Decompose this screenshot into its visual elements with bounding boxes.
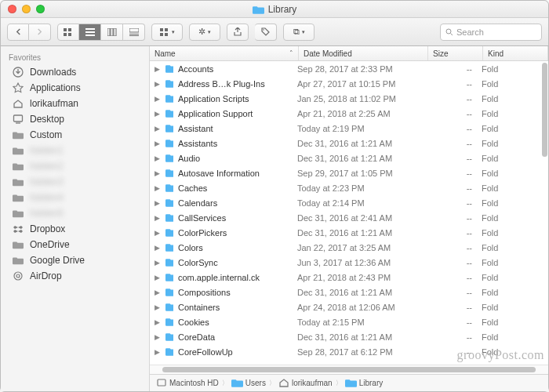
disclosure-triangle-icon[interactable]: ▶	[150, 110, 161, 118]
table-row[interactable]: ▶ContainersApr 24, 2018 at 12:06 AM--Fol…	[150, 299, 548, 314]
svg-point-18	[446, 29, 451, 34]
sidebar-item-hidden5[interactable]: hidden5	[1, 205, 149, 221]
view-buttons	[57, 24, 145, 41]
table-row[interactable]: ▶Application ScriptsJan 25, 2018 at 11:0…	[150, 91, 548, 106]
sidebar-item-label: Dropbox	[30, 223, 65, 234]
column-view-button[interactable]	[101, 24, 123, 41]
icon-view-button[interactable]	[57, 24, 79, 41]
path-segment[interactable]: Library	[345, 378, 384, 389]
disclosure-triangle-icon[interactable]: ▶	[150, 95, 161, 103]
table-row[interactable]: ▶Address B…k Plug-InsApr 27, 2017 at 10:…	[150, 76, 548, 91]
sidebar-item-airdrop[interactable]: AirDrop	[1, 268, 149, 284]
back-button[interactable]	[7, 24, 29, 41]
finder-window: Library ▾ ✲ ▾	[0, 0, 549, 392]
disclosure-triangle-icon[interactable]: ▶	[150, 65, 161, 73]
file-date: Dec 31, 2016 at 2:41 AM	[293, 213, 422, 223]
disclosure-triangle-icon[interactable]: ▶	[150, 125, 161, 132]
sidebar-item-desktop[interactable]: Desktop	[1, 111, 149, 127]
svg-line-19	[451, 33, 453, 35]
disclosure-triangle-icon[interactable]: ▶	[150, 289, 161, 296]
table-row[interactable]: ▶ColorsJan 22, 2017 at 3:25 AM--Fold	[150, 240, 548, 255]
file-kind: Fold	[477, 347, 548, 357]
disclosure-triangle-icon[interactable]: ▶	[150, 154, 161, 162]
column-size[interactable]: Size	[428, 46, 483, 60]
table-row[interactable]: ▶CalendarsToday at 2:14 PM--Fold	[150, 195, 548, 210]
disclosure-triangle-icon[interactable]: ▶	[150, 318, 161, 326]
disclosure-triangle-icon[interactable]: ▶	[150, 333, 161, 341]
coverflow-view-button[interactable]	[123, 24, 145, 41]
disclosure-triangle-icon[interactable]: ▶	[150, 80, 161, 88]
dropbox-button[interactable]: ⧉ ▾	[283, 24, 314, 41]
file-list[interactable]: ▶AccountsSep 28, 2017 at 2:33 PM--Fold▶A…	[150, 61, 548, 365]
table-row[interactable]: ▶CoreFollowUpSep 28, 2017 at 6:12 PM--Fo…	[150, 344, 548, 359]
table-row[interactable]: ▶CookiesToday at 2:15 PM--Fold	[150, 314, 548, 329]
vertical-scrollbar[interactable]	[542, 63, 547, 157]
disclosure-triangle-icon[interactable]: ▶	[150, 229, 161, 237]
table-row[interactable]: ▶AssistantToday at 2:19 PM--Fold	[150, 121, 548, 136]
sidebar-item-custom[interactable]: Custom	[1, 127, 149, 143]
table-row[interactable]: ▶ColorSyncJun 3, 2017 at 12:36 AM--Fold	[150, 255, 548, 270]
file-date: Sep 28, 2017 at 2:33 PM	[293, 64, 422, 74]
disclosure-triangle-icon[interactable]: ▶	[150, 244, 161, 252]
sidebar-item-applications[interactable]: Applications	[1, 80, 149, 96]
table-row[interactable]: ▶CoreDataDec 31, 2016 at 1:21 AM--Fold	[150, 329, 548, 344]
file-name: Assistants	[173, 139, 293, 148]
table-row[interactable]: ▶com.apple.internal.ckApr 21, 2018 at 2:…	[150, 270, 548, 285]
file-kind: Fold	[477, 183, 548, 193]
sidebar-item-lorikaufman[interactable]: lorikaufman	[1, 96, 149, 111]
arrange-button[interactable]: ▾	[151, 24, 183, 41]
column-name[interactable]: Name ˄	[150, 46, 299, 60]
table-row[interactable]: ▶Autosave InformationSep 29, 2017 at 1:0…	[150, 165, 548, 180]
file-name: Application Scripts	[173, 94, 293, 103]
list-view-button[interactable]	[79, 24, 101, 41]
tags-button[interactable]	[255, 24, 277, 41]
sidebar-item-hidden4[interactable]: hidden4	[1, 190, 149, 205]
disclosure-triangle-icon[interactable]: ▶	[150, 214, 161, 222]
forward-button[interactable]	[29, 24, 51, 41]
action-button[interactable]: ✲ ▾	[189, 24, 220, 41]
table-row[interactable]: ▶ColorPickersDec 31, 2016 at 1:21 AM--Fo…	[150, 225, 548, 240]
disclosure-triangle-icon[interactable]: ▶	[150, 140, 161, 147]
disclosure-triangle-icon[interactable]: ▶	[150, 303, 161, 311]
table-row[interactable]: ▶CallServicesDec 31, 2016 at 2:41 AM--Fo…	[150, 210, 548, 225]
column-date[interactable]: Date Modified	[299, 46, 428, 60]
table-row[interactable]: ▶Application SupportApr 21, 2018 at 2:25…	[150, 106, 548, 121]
search-field[interactable]: Search	[440, 24, 542, 41]
home-icon	[12, 98, 24, 109]
disclosure-triangle-icon[interactable]: ▶	[150, 348, 161, 356]
path-segment[interactable]: lorikaufman	[278, 377, 333, 390]
path-label: Users	[245, 379, 266, 387]
share-button[interactable]	[227, 24, 249, 41]
table-row[interactable]: ▶AccountsSep 28, 2017 at 2:33 PM--Fold	[150, 61, 548, 76]
folder-icon	[161, 138, 173, 149]
column-kind[interactable]: Kind	[483, 46, 548, 60]
sidebar-item-hidden1[interactable]: hidden1	[1, 143, 149, 158]
disclosure-triangle-icon[interactable]: ▶	[150, 259, 161, 267]
sidebar-item-onedrive[interactable]: OneDrive	[1, 237, 149, 252]
table-row[interactable]: ▶AssistantsDec 31, 2016 at 1:21 AM--Fold	[150, 136, 548, 151]
sidebar-item-hidden3[interactable]: hidden3	[1, 174, 149, 190]
table-row[interactable]: ▶CachesToday at 2:23 PM--Fold	[150, 180, 548, 195]
horizontal-scrollbar[interactable]	[162, 367, 536, 372]
table-row[interactable]: ▶AudioDec 31, 2016 at 1:21 AM--Fold	[150, 151, 548, 165]
file-name: Compositions	[173, 288, 293, 297]
file-name: ColorPickers	[173, 228, 293, 238]
disclosure-triangle-icon[interactable]: ▶	[150, 169, 161, 177]
path-segment[interactable]: Users	[231, 378, 266, 389]
sidebar-item-label: OneDrive	[30, 239, 70, 250]
sidebar-item-downloads[interactable]: Downloads	[1, 64, 149, 80]
path-segment[interactable]: Macintosh HD	[156, 377, 219, 390]
sidebar-item-google-drive[interactable]: Google Drive	[1, 252, 149, 268]
table-row[interactable]: ▶CompositionsDec 31, 2016 at 1:21 AM--Fo…	[150, 285, 548, 299]
disclosure-triangle-icon[interactable]: ▶	[150, 184, 161, 192]
file-kind: Fold	[477, 169, 548, 178]
disclosure-triangle-icon[interactable]: ▶	[150, 274, 161, 281]
desktop-icon	[12, 114, 24, 125]
sidebar-item-hidden2[interactable]: hidden2	[1, 158, 149, 174]
disclosure-triangle-icon[interactable]: ▶	[150, 199, 161, 207]
file-date: Sep 28, 2017 at 6:12 PM	[293, 347, 422, 357]
file-kind: Fold	[477, 318, 548, 327]
svg-rect-1	[68, 28, 71, 31]
sidebar-item-dropbox[interactable]: Dropbox	[1, 221, 149, 237]
svg-rect-3	[68, 33, 71, 36]
